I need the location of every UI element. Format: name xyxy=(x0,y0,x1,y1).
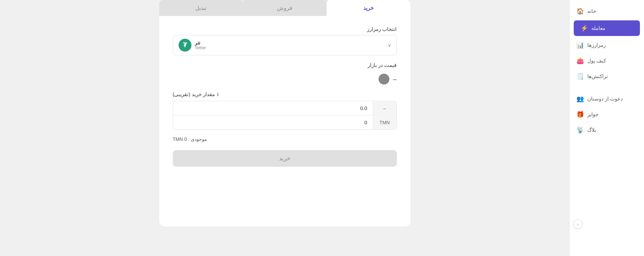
amount-row-crypto: – xyxy=(173,101,397,115)
main-content: خرید فروش تبدیل انتخاب رمزارز ∨ تتر Teth… xyxy=(0,0,569,256)
crypto-name-fa: تتر xyxy=(195,40,200,45)
select-crypto-section: انتخاب رمزارز ∨ تتر Tether ₮ xyxy=(173,26,397,55)
wallet-icon: 👛 xyxy=(576,57,584,65)
amount-unit-crypto: – xyxy=(373,102,397,115)
chevron-down-icon: ∨ xyxy=(388,42,391,48)
amount-inputs-container: – TMN xyxy=(173,101,397,130)
crypto-selector-dropdown[interactable]: ∨ تتر Tether ₮ xyxy=(173,35,397,55)
sidebar-item-markets[interactable]: رمزارزها 📊 xyxy=(570,37,644,53)
markets-icon: 📊 xyxy=(576,41,584,49)
amount-info-icon[interactable]: ℹ xyxy=(217,92,219,97)
tab-convert[interactable]: تبدیل xyxy=(159,0,243,16)
amount-input-crypto[interactable] xyxy=(173,101,373,115)
amount-row-tmn: TMN xyxy=(173,115,397,129)
sidebar-item-blog[interactable]: بلاگ 📡 xyxy=(570,122,644,138)
trade-form-card: انتخاب رمزارز ∨ تتر Tether ₮ قیمت در باز… xyxy=(159,16,410,226)
sidebar-item-transactions[interactable]: تراکنش‌ها 🗒️ xyxy=(570,69,644,84)
amount-input-tmn[interactable] xyxy=(173,115,373,129)
crypto-name-en: Tether xyxy=(195,45,206,50)
price-section: قیمت در بازار – xyxy=(173,62,397,85)
sidebar-item-wallet[interactable]: کیف پول 👛 xyxy=(570,53,644,69)
chevron-left-icon: ‹ xyxy=(577,222,578,227)
sidebar-collapse-button[interactable]: ‹ xyxy=(573,219,583,229)
sidebar-item-rewards[interactable]: جوایز 🎁 xyxy=(570,107,644,122)
sidebar-item-referral[interactable]: دعوت از دوستان 👥 xyxy=(570,91,644,107)
balance-row: موجودی : 0 TMN xyxy=(173,136,397,142)
price-value: – xyxy=(393,75,397,83)
amount-label-row: ℹ مقدار خرید (تقریبی) xyxy=(173,91,397,97)
referral-icon: 👥 xyxy=(576,95,584,103)
price-label: قیمت در بازار xyxy=(173,62,397,68)
tether-icon: ₮ xyxy=(179,39,191,52)
trade-icon: ⚡ xyxy=(581,24,588,32)
select-crypto-label: انتخاب رمزارز xyxy=(173,26,397,32)
balance-value: موجودی : 0 TMN xyxy=(173,136,207,142)
sidebar-item-home[interactable]: خانه 🏠 xyxy=(570,3,644,19)
tab-buy[interactable]: خرید xyxy=(327,0,410,16)
rewards-icon: 🎁 xyxy=(576,111,584,118)
price-dot-indicator xyxy=(379,74,389,85)
price-row: – xyxy=(173,74,397,85)
amount-section: ℹ مقدار خرید (تقریبی) – TMN xyxy=(173,91,397,130)
amount-unit-tmn: TMN xyxy=(373,116,397,129)
buy-button[interactable]: خرید xyxy=(173,150,397,167)
home-icon: 🏠 xyxy=(576,7,584,15)
crypto-info: تتر Tether ₮ xyxy=(179,39,206,52)
crypto-name-block: تتر Tether xyxy=(195,40,206,50)
sidebar-item-trade[interactable]: معامله ⚡ xyxy=(574,20,640,36)
tab-sell[interactable]: فروش xyxy=(243,0,327,16)
blog-icon: 📡 xyxy=(576,126,584,134)
amount-label: مقدار خرید (تقریبی) xyxy=(173,91,215,97)
transactions-icon: 🗒️ xyxy=(576,73,584,80)
tabs-bar: خرید فروش تبدیل xyxy=(159,0,410,16)
sidebar: خانه 🏠 معامله ⚡ رمزارزها 📊 کیف پول 👛 ترا… xyxy=(569,0,644,256)
